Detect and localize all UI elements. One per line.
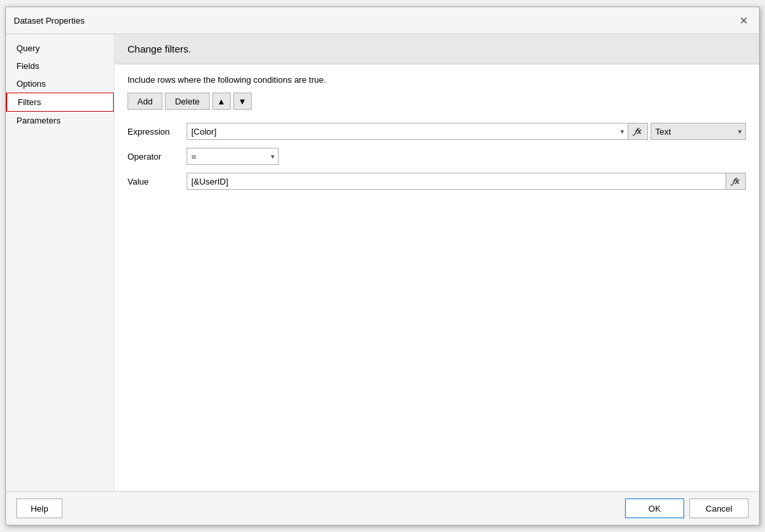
dialog-body: Query Fields Options Filters Parameters … xyxy=(6,34,759,491)
expression-label: Expression xyxy=(128,127,187,137)
main-heading: Change filters. xyxy=(128,43,746,55)
operator-select-wrapper: = <> < > <= >= Like Top N Top % Bottom N… xyxy=(187,148,279,165)
add-button[interactable]: Add xyxy=(128,93,162,110)
operator-select[interactable]: = <> < > <= >= Like Top N Top % Bottom N… xyxy=(187,148,279,165)
sidebar: Query Fields Options Filters Parameters xyxy=(6,34,114,491)
dialog-title: Dataset Properties xyxy=(14,16,85,26)
cancel-button[interactable]: Cancel xyxy=(689,499,749,518)
value-row: Value 𝑓x xyxy=(128,173,746,190)
close-button[interactable]: ✕ xyxy=(735,12,751,28)
sidebar-item-filters[interactable]: Filters xyxy=(6,93,114,112)
expression-select-wrapper: [Color] xyxy=(187,123,628,140)
ok-button[interactable]: OK xyxy=(625,499,684,518)
operator-row: Operator = <> < > <= >= Like Top N Top % xyxy=(128,148,746,165)
value-fx-button[interactable]: 𝑓x xyxy=(726,173,746,190)
expression-fx-button[interactable]: 𝑓x xyxy=(628,123,648,140)
sidebar-item-fields[interactable]: Fields xyxy=(6,57,114,75)
info-text: Include rows where the following conditi… xyxy=(128,75,746,85)
value-input[interactable] xyxy=(187,173,726,190)
help-button[interactable]: Help xyxy=(16,499,62,518)
sidebar-item-parameters[interactable]: Parameters xyxy=(6,112,114,129)
down-arrow-icon: ▼ xyxy=(238,97,246,106)
type-select-wrapper: Text Integer Float Boolean DateTime xyxy=(651,123,746,140)
fx-icon: 𝑓x xyxy=(634,126,641,137)
dialog-footer: Help OK Cancel xyxy=(6,491,759,525)
up-arrow-icon: ▲ xyxy=(217,97,225,106)
expression-group: [Color] 𝑓x Text Integer Float Boolean xyxy=(187,123,746,140)
dataset-properties-dialog: Dataset Properties ✕ Query Fields Option… xyxy=(5,7,760,525)
delete-button[interactable]: Delete xyxy=(165,93,210,110)
operator-label: Operator xyxy=(128,152,187,162)
expression-row: Expression [Color] 𝑓x Text xyxy=(128,123,746,140)
main-inner: Include rows where the following conditi… xyxy=(114,64,759,491)
sidebar-item-query[interactable]: Query xyxy=(6,39,114,57)
footer-right: OK Cancel xyxy=(625,499,749,518)
title-bar: Dataset Properties ✕ xyxy=(6,7,759,34)
expression-select[interactable]: [Color] xyxy=(187,123,628,140)
type-select[interactable]: Text Integer Float Boolean DateTime xyxy=(651,123,746,140)
value-label: Value xyxy=(128,177,187,187)
main-content: Change filters. Include rows where the f… xyxy=(114,34,759,491)
move-down-button[interactable]: ▼ xyxy=(233,93,252,110)
sidebar-item-options[interactable]: Options xyxy=(6,75,114,93)
filter-toolbar: Add Delete ▲ ▼ xyxy=(128,93,746,110)
value-group: 𝑓x xyxy=(187,173,746,190)
move-up-button[interactable]: ▲ xyxy=(212,93,231,110)
main-header: Change filters. xyxy=(114,34,759,64)
value-fx-icon: 𝑓x xyxy=(732,176,739,187)
